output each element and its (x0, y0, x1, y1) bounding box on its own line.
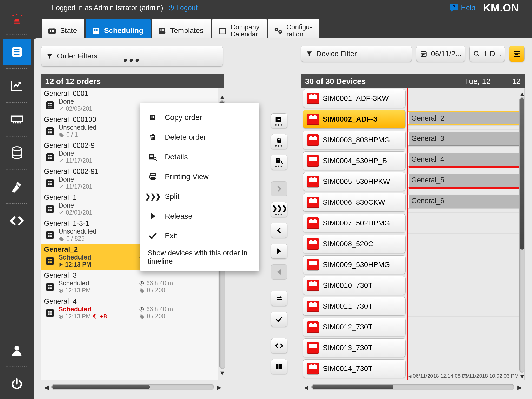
date-picker-button[interactable]: 06/11/2... (416, 46, 465, 62)
mid-back-button[interactable] (271, 223, 287, 238)
tab-configuration[interactable]: Configu- ration (268, 19, 319, 42)
devices-vscroll[interactable]: ▴ ▾ (519, 89, 525, 380)
mid-delete-button[interactable]: ••• (271, 134, 287, 149)
timeline-cell[interactable] (407, 337, 524, 358)
device-row[interactable]: SIM0004_530HP_B General_4 (301, 150, 524, 171)
mid-check-button[interactable] (271, 312, 287, 327)
menu-copy-order[interactable]: Copy order (140, 108, 259, 127)
scroll-up-icon[interactable]: ▴ (219, 92, 225, 100)
menu-release[interactable]: Release (140, 206, 259, 226)
nav-list-icon[interactable] (3, 39, 31, 65)
device-row[interactable]: SIM0010_730T (301, 275, 524, 296)
nav-analytics-icon[interactable] (3, 73, 31, 99)
scroll-down-icon[interactable]: ▾ (219, 369, 225, 377)
logout-link[interactable]: Logout (168, 4, 198, 12)
device-card[interactable]: SIM0013_730T (303, 338, 406, 357)
mid-add-list-button[interactable]: ••• (271, 113, 287, 128)
device-row[interactable]: SIM0007_502HPMG (301, 213, 524, 234)
device-row[interactable]: SIM0006_830CKW General_6 (301, 192, 524, 213)
nav-tool-icon[interactable] (3, 174, 31, 200)
scroll-left-icon[interactable]: ◂ (41, 382, 51, 392)
nav-power-icon[interactable] (3, 371, 31, 397)
mid-code-button[interactable] (271, 338, 287, 353)
device-card[interactable]: SIM0001_ADF-3KW (303, 89, 406, 108)
timeline-cell[interactable] (407, 234, 524, 254)
device-row[interactable]: SIM0012_730T (301, 317, 524, 337)
timeline-bar[interactable]: General_4 (408, 153, 524, 167)
device-card[interactable]: SIM0009_530HPMG (303, 255, 406, 274)
device-row[interactable]: SIM0002_ADF-3 General_2 (301, 109, 524, 130)
nav-spool-icon[interactable] (3, 140, 31, 166)
mid-fast-forward-button[interactable]: ❯❯❯••• (271, 202, 287, 217)
timeline-cell[interactable] (407, 275, 524, 296)
device-card[interactable]: SIM0007_502HPMG (303, 214, 406, 232)
device-row[interactable]: SIM0011_730T (301, 296, 524, 317)
device-filter-button[interactable]: Device Filter (301, 46, 412, 62)
orders-hscroll[interactable]: ◂ ▸ (41, 382, 224, 392)
device-row[interactable]: SIM0003_803HPMG General_3 (301, 130, 524, 150)
scroll-left-icon[interactable]: ◂ (301, 382, 311, 392)
machine-icon (307, 176, 319, 187)
mid-details-button[interactable]: ••• (271, 155, 287, 170)
list-icon (44, 125, 56, 137)
device-card[interactable]: SIM0011_730T (303, 297, 406, 316)
tab-scheduling[interactable]: Scheduling (86, 19, 151, 42)
timeline-cell[interactable]: General_4 (407, 150, 524, 171)
tab-company-calendar[interactable]: Company Calendar (212, 19, 267, 42)
timeline-cell[interactable]: General_2 (407, 109, 524, 130)
mid-swap-button[interactable] (271, 291, 287, 306)
menu-split[interactable]: ❯❯❯ Split (140, 187, 259, 206)
scroll-down-icon[interactable]: ▾ (519, 373, 525, 380)
order-item[interactable]: General_4 Scheduled 12:13 PM ☾ +8 66 h 4… (41, 296, 218, 322)
scroll-right-icon[interactable]: ▸ (214, 382, 224, 392)
timeline-cell[interactable] (407, 254, 524, 275)
help-link[interactable]: ? Help (449, 3, 475, 12)
search-button[interactable]: 1 D... (469, 46, 505, 62)
menu-details[interactable]: Details (140, 147, 259, 167)
device-row[interactable]: SIM0009_530HPMG (301, 254, 524, 275)
device-card[interactable]: SIM0005_530HPKW (303, 172, 406, 191)
timeline-cell[interactable]: General_5 (407, 171, 524, 192)
device-card[interactable]: SIM0010_730T (303, 276, 406, 295)
device-card[interactable]: SIM0014_730T (303, 359, 406, 378)
divider (6, 366, 27, 368)
nav-code-icon[interactable] (3, 208, 31, 234)
device-card[interactable]: SIM0004_530HP_B (303, 151, 406, 170)
menu-note[interactable]: Show devices with this order in timeline (140, 246, 259, 265)
device-card[interactable]: SIM0012_730T (303, 318, 406, 336)
timeline-bar[interactable]: General_6 (408, 195, 524, 208)
alarm-icon[interactable] (3, 5, 31, 31)
device-row[interactable]: SIM0008_520C (301, 234, 524, 254)
scroll-right-icon[interactable]: ▸ (514, 382, 525, 392)
menu-printing-view[interactable]: Printing View (140, 167, 259, 187)
device-row[interactable]: SIM0001_ADF-3KW (301, 88, 524, 109)
tab-templates[interactable]: Templates (152, 19, 211, 42)
scroll-up-icon[interactable]: ▴ (519, 89, 525, 97)
list-icon (44, 203, 56, 215)
order-item[interactable]: General_3 Scheduled 12:13 PM 66 h 40 m 0… (41, 270, 218, 296)
device-row[interactable]: SIM0013_730T (301, 337, 524, 358)
order-filters-button[interactable]: Order Filters ●●● (41, 46, 223, 66)
device-card[interactable]: SIM0003_803HPMG (303, 131, 406, 149)
timeline-cell[interactable] (407, 317, 524, 337)
timeline-bar[interactable]: General_2 (408, 111, 524, 125)
nav-machine-icon[interactable] (3, 107, 31, 132)
calendar-toggle-button[interactable] (509, 46, 525, 62)
mid-layout-button[interactable] (271, 359, 287, 374)
timeline-cell[interactable] (407, 213, 524, 234)
timeline-cell[interactable]: General_3 (407, 130, 524, 150)
device-card[interactable]: SIM0006_830CKW (303, 193, 406, 212)
mid-play-button[interactable] (271, 244, 287, 259)
device-card[interactable]: SIM0008_520C (303, 235, 406, 253)
menu-delete-order[interactable]: Delete order (140, 127, 259, 147)
menu-exit[interactable]: Exit (140, 226, 259, 246)
timeline-cell[interactable]: General_6 (407, 192, 524, 213)
timeline-bar[interactable]: General_5 (408, 174, 524, 187)
devices-hscroll[interactable]: ◂ ▸ (301, 382, 525, 392)
timeline-bar[interactable]: General_3 (408, 132, 524, 146)
timeline-cell[interactable] (407, 296, 524, 317)
nav-user-icon[interactable] (3, 337, 31, 363)
timeline-cell[interactable] (407, 88, 524, 109)
tab-state[interactable]: State (42, 19, 84, 42)
device-row[interactable]: SIM0005_530HPKW General_5 (301, 171, 524, 192)
